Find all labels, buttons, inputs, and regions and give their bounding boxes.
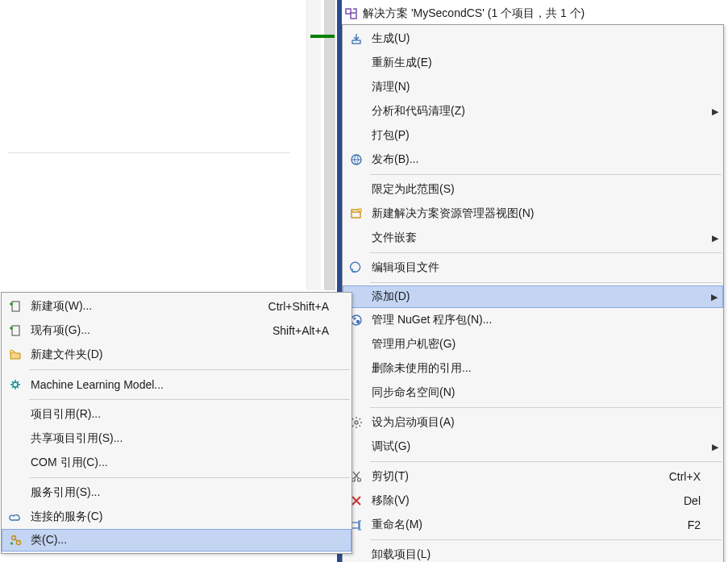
- menu-item-label: 同步命名空间(N): [367, 385, 707, 400]
- menu-separator: [370, 174, 722, 175]
- menu-item-label: 文件嵌套: [367, 231, 707, 245]
- svg-rect-1: [351, 13, 356, 19]
- solution-icon: [345, 7, 358, 20]
- new-item-icon: [5, 297, 26, 316]
- svg-point-18: [16, 541, 20, 545]
- menu-item-add[interactable]: 添加(D)▶: [343, 285, 723, 308]
- edit-icon: [346, 258, 367, 277]
- menu-item-pack[interactable]: 打包(P): [343, 123, 723, 148]
- menu-separator: [370, 407, 722, 408]
- menu-item-label: 清理(N): [367, 80, 707, 94]
- project-context-menu: 生成(U)重新生成(E)清理(N)分析和代码清理(Z)▶打包(P)发布(B)..…: [342, 24, 724, 562]
- menu-item-svcref[interactable]: 服务引用(S)...: [2, 481, 352, 505]
- menu-item-startup[interactable]: 设为启动项目(A): [343, 410, 723, 435]
- menu-item-syncns[interactable]: 同步命名空间(N): [343, 381, 723, 405]
- svg-rect-2: [352, 40, 360, 44]
- menu-item-class[interactable]: 类(C)...: [2, 529, 352, 552]
- menu-item-debug[interactable]: 调试(G)▶: [343, 435, 723, 459]
- menu-item-label: COM 引用(C)...: [26, 456, 335, 470]
- blank-icon: [5, 453, 26, 472]
- menu-item-unload[interactable]: 卸载项目(L): [343, 543, 723, 562]
- menu-item-rename[interactable]: 重命名(M)F2: [343, 513, 723, 537]
- blank-icon: [346, 102, 367, 121]
- ml-icon: [5, 375, 26, 394]
- menu-separator: [370, 252, 722, 253]
- editor-field-underline: [8, 137, 290, 153]
- blank-icon: [5, 483, 26, 502]
- menu-item-rebuild[interactable]: 重新生成(E): [343, 51, 723, 75]
- menu-item-existitem[interactable]: 现有项(G)...Shift+Alt+A: [2, 318, 352, 343]
- build-icon: [346, 29, 367, 48]
- menu-item-sharedref[interactable]: 共享项目引用(S)...: [2, 427, 352, 451]
- menu-item-scope[interactable]: 限定为此范围(S): [343, 177, 723, 202]
- editor-scrollbar-thumb[interactable]: [324, 0, 335, 290]
- menu-item-label: 移除(V): [367, 493, 664, 508]
- menu-separator: [29, 399, 350, 400]
- folder-icon: [5, 345, 26, 364]
- svg-point-10: [352, 478, 356, 481]
- svg-rect-12: [352, 522, 359, 528]
- menu-separator: [29, 477, 350, 478]
- add-submenu: 新建项(W)...Ctrl+Shift+A现有项(G)...Shift+Alt+…: [1, 292, 352, 554]
- blank-icon: [346, 228, 367, 248]
- menu-item-label: 重命名(M): [367, 518, 668, 532]
- blank-icon: [346, 180, 367, 199]
- menu-item-label: 打包(P): [367, 128, 707, 143]
- blank-icon: [346, 126, 367, 145]
- menu-item-newitem[interactable]: 新建项(W)...Ctrl+Shift+A: [2, 294, 352, 318]
- svg-point-11: [358, 478, 361, 481]
- menu-item-label: Machine Learning Model...: [26, 378, 335, 391]
- menu-item-shortcut: Ctrl+X: [650, 470, 707, 483]
- blank-icon: [346, 77, 367, 97]
- svg-point-5: [359, 209, 362, 212]
- globe-icon: [346, 150, 367, 169]
- menu-item-connsvc[interactable]: 连接的服务(C): [2, 505, 352, 529]
- menu-item-newfolder[interactable]: 新建文件夹(D): [2, 343, 352, 367]
- menu-item-editproj[interactable]: 编辑项目文件: [343, 256, 723, 280]
- blank-icon: [346, 53, 367, 73]
- menu-item-label: 卸载项目(L): [367, 547, 707, 562]
- new-view-icon: [346, 204, 367, 223]
- menu-item-cut[interactable]: 剪切(T)Ctrl+X: [343, 464, 723, 489]
- menu-item-label: 生成(U): [367, 31, 707, 46]
- svg-rect-13: [12, 302, 19, 311]
- editor-squiggle: [310, 35, 335, 38]
- menu-item-removeref[interactable]: 删除未使用的引用...: [343, 356, 723, 381]
- menu-item-remove[interactable]: 移除(V)Del: [343, 489, 723, 513]
- menu-item-label: 连接的服务(C): [26, 510, 335, 524]
- menu-item-label: 项目引用(R)...: [26, 407, 335, 422]
- menu-item-analyze[interactable]: 分析和代码清理(Z)▶: [343, 99, 723, 123]
- class-icon: [6, 531, 26, 550]
- exist-item-icon: [5, 321, 26, 340]
- menu-item-shortcut: Shift+Alt+A: [253, 324, 335, 337]
- menu-item-label: 编辑项目文件: [367, 260, 707, 275]
- menu-item-nuget[interactable]: 管理 NuGet 程序包(N)...: [343, 308, 723, 332]
- menu-item-filenest[interactable]: 文件嵌套▶: [343, 226, 723, 250]
- svg-point-9: [355, 421, 358, 424]
- submenu-arrow-icon: ▶: [706, 292, 718, 302]
- solution-header[interactable]: 解决方案 'MySecondCS' (1 个项目，共 1 个): [345, 5, 725, 23]
- menu-item-label: 管理用户机密(G): [367, 337, 707, 352]
- svg-point-8: [356, 320, 360, 323]
- menu-item-label: 发布(B)...: [367, 152, 707, 167]
- blank-icon: [5, 405, 26, 424]
- svg-point-15: [10, 350, 14, 353]
- menu-item-build[interactable]: 生成(U): [343, 27, 723, 51]
- svg-point-7: [353, 317, 356, 319]
- menu-item-clean[interactable]: 清理(N): [343, 75, 723, 99]
- menu-item-mlmodel[interactable]: Machine Learning Model...: [2, 373, 352, 397]
- menu-item-secrets[interactable]: 管理用户机密(G): [343, 332, 723, 356]
- menu-item-publish[interactable]: 发布(B)...: [343, 148, 723, 172]
- submenu-arrow-icon: ▶: [707, 442, 718, 452]
- menu-item-comref[interactable]: COM 引用(C)...: [2, 451, 352, 475]
- menu-item-projref[interactable]: 项目引用(R)...: [2, 402, 352, 427]
- menu-item-label: 管理 NuGet 程序包(N)...: [367, 313, 707, 327]
- submenu-arrow-icon: ▶: [707, 106, 718, 117]
- menu-item-label: 分析和代码清理(Z): [367, 104, 707, 119]
- menu-item-newview[interactable]: 新建解决方案资源管理器视图(N): [343, 202, 723, 226]
- menu-item-label: 添加(D): [367, 289, 706, 304]
- menu-item-shortcut: Del: [664, 494, 707, 507]
- menu-separator: [29, 369, 350, 370]
- editor-scrollbar-track: [306, 0, 321, 290]
- menu-item-label: 删除未使用的引用...: [367, 361, 707, 376]
